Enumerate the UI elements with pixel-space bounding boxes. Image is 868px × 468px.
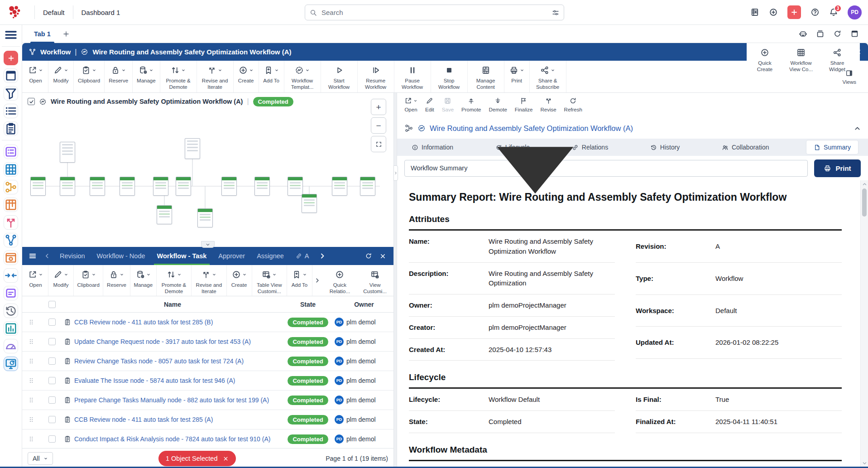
workflow-node-card[interactable] bbox=[197, 208, 213, 227]
workflow-node-card[interactable] bbox=[60, 142, 75, 163]
details-tab[interactable]: Summary bbox=[806, 140, 858, 154]
user-avatar[interactable]: PD bbox=[848, 5, 862, 19]
collapse-diagram-handle[interactable] bbox=[201, 241, 215, 248]
drag-handle-icon[interactable] bbox=[28, 435, 34, 443]
toolbar-button[interactable]: View Customi... bbox=[357, 265, 393, 296]
workflow-node-card[interactable] bbox=[332, 177, 347, 196]
help-icon[interactable] bbox=[810, 8, 820, 17]
workflow-node-card[interactable] bbox=[120, 177, 135, 196]
toolbar-button[interactable]: Revise and Iterate bbox=[192, 265, 226, 296]
sidebar-list-icon[interactable] bbox=[4, 104, 18, 118]
details-toolbar-button[interactable]: Edit bbox=[425, 96, 434, 112]
pane-collapse-handle[interactable] bbox=[393, 165, 398, 181]
toolbar-button[interactable]: Reserve bbox=[105, 61, 133, 92]
scroll-down-icon[interactable] bbox=[862, 461, 867, 466]
search-input[interactable] bbox=[321, 8, 552, 17]
sidebar-chart-icon[interactable] bbox=[4, 321, 18, 336]
export-table-icon[interactable] bbox=[750, 8, 759, 17]
table-row[interactable]: Update Change Request node - 3917 auto t… bbox=[22, 332, 393, 352]
toolbar-button[interactable]: Workflow Templat... bbox=[284, 61, 321, 92]
details-tab[interactable]: Information bbox=[407, 141, 458, 154]
column-owner[interactable]: Owner bbox=[335, 301, 393, 308]
row-name-link[interactable]: Review Change Tasks node - 8057 auto tas… bbox=[74, 357, 244, 365]
row-checkbox[interactable] bbox=[48, 377, 56, 384]
table-row[interactable]: Review Change Tasks node - 8057 auto tas… bbox=[22, 352, 393, 371]
row-checkbox[interactable] bbox=[48, 357, 56, 365]
scroll-up-icon[interactable] bbox=[862, 182, 867, 187]
quick-add-button[interactable] bbox=[787, 5, 801, 19]
column-name[interactable]: Name bbox=[64, 301, 281, 308]
related-tab[interactable]: Workflow - Node bbox=[91, 247, 151, 265]
views-button[interactable]: Views bbox=[843, 69, 856, 85]
toolbar-button[interactable]: Manage Content bbox=[468, 61, 504, 92]
chevron-right-icon[interactable] bbox=[319, 252, 326, 260]
toolbar-button[interactable]: Open bbox=[23, 265, 48, 296]
sidebar-branch-icon[interactable] bbox=[4, 215, 18, 230]
toolbar-button[interactable]: Create bbox=[234, 61, 259, 92]
toolbar-button[interactable]: Pause Workflow bbox=[394, 61, 431, 92]
workflow-node-card[interactable] bbox=[185, 138, 200, 159]
menu-dashboard[interactable]: Dashboard 1 bbox=[80, 6, 122, 19]
toolbar-button[interactable]: Quick Create bbox=[747, 43, 783, 75]
sidebar-filter-icon[interactable] bbox=[4, 86, 18, 101]
toolbar-button[interactable]: Workflow View Co... bbox=[783, 43, 819, 75]
collapse-details-icon[interactable] bbox=[854, 125, 861, 132]
refresh-table-icon[interactable] bbox=[365, 252, 372, 260]
row-name-link[interactable]: Prepare Change Tasks Manually node - 882… bbox=[74, 396, 269, 404]
vertical-scrollbar[interactable] bbox=[860, 180, 868, 468]
sidebar-form-icon[interactable] bbox=[4, 145, 18, 159]
brand-logo-icon[interactable] bbox=[6, 4, 23, 20]
drag-handle-icon[interactable] bbox=[28, 338, 34, 345]
scrollbar-thumb[interactable] bbox=[862, 188, 867, 217]
row-name-link[interactable]: CCB Review node - 411 auto task for test… bbox=[74, 318, 213, 326]
search-filter-icon[interactable] bbox=[552, 9, 559, 16]
row-checkbox[interactable] bbox=[48, 338, 56, 345]
tab-1[interactable]: Tab 1 bbox=[27, 25, 58, 43]
table-row[interactable]: Conduct Impact & Risk Analysis node - 78… bbox=[22, 429, 393, 448]
sidebar-card-icon[interactable] bbox=[4, 286, 18, 300]
selected-checkbox[interactable] bbox=[28, 98, 35, 105]
workflow-node-card[interactable] bbox=[90, 177, 105, 196]
toolbar-button[interactable]: Revise and Iterate bbox=[197, 61, 234, 92]
sidebar-preview-icon[interactable] bbox=[4, 251, 18, 265]
table-row[interactable]: CCB Review node - 411 auto task for test… bbox=[22, 313, 393, 332]
row-name-link[interactable]: Update Change Request node - 3917 auto t… bbox=[74, 338, 251, 345]
toolbar-overflow-icon[interactable] bbox=[314, 277, 321, 284]
fit-screen-button[interactable] bbox=[371, 136, 386, 152]
drag-handle-icon[interactable] bbox=[28, 377, 34, 384]
toolbar-button[interactable]: Table View Customi... bbox=[252, 265, 287, 296]
drag-handle-icon[interactable] bbox=[28, 416, 34, 423]
toolbar-button[interactable]: Clipboard bbox=[74, 61, 105, 92]
window-layout-icon[interactable] bbox=[850, 29, 859, 38]
related-tab[interactable]: Approver bbox=[212, 247, 251, 265]
workflow-node-card[interactable] bbox=[360, 177, 375, 196]
global-search[interactable] bbox=[305, 5, 564, 20]
toolbar-button[interactable]: Share & Subscribe bbox=[530, 61, 566, 92]
drag-handle-icon[interactable] bbox=[28, 318, 34, 326]
toolbar-button[interactable]: Resume Workflow bbox=[358, 61, 394, 92]
tabs-menu-icon[interactable] bbox=[29, 252, 37, 260]
print-button[interactable]: Print bbox=[814, 159, 861, 177]
details-toolbar-button[interactable]: Open bbox=[404, 96, 417, 112]
report-type-select[interactable]: Workflow Summary bbox=[404, 160, 808, 177]
toolbar-button[interactable]: Print bbox=[504, 61, 530, 92]
close-panel-icon[interactable] bbox=[379, 253, 386, 260]
workflow-node-card[interactable] bbox=[153, 177, 168, 196]
toolbar-button[interactable]: Manage bbox=[133, 61, 160, 92]
related-tab[interactable]: A bbox=[290, 247, 315, 265]
select-all-checkbox[interactable] bbox=[48, 301, 56, 308]
workflow-node-card[interactable] bbox=[288, 177, 303, 196]
workflow-node-card[interactable] bbox=[176, 177, 191, 196]
sidebar-gauge-icon[interactable] bbox=[4, 339, 18, 353]
sidebar-merge-icon[interactable] bbox=[4, 268, 18, 283]
sidebar-kanban-icon[interactable] bbox=[4, 198, 18, 212]
add-circle-icon[interactable] bbox=[769, 8, 778, 17]
sidebar-workflow-icon[interactable] bbox=[4, 233, 18, 247]
sidebar-monitor-icon[interactable] bbox=[4, 357, 18, 371]
menu-default[interactable]: Default bbox=[41, 6, 67, 19]
toolbar-button[interactable]: Start Workflow bbox=[321, 61, 358, 92]
table-row[interactable]: CCB Review node - 411 auto task for test… bbox=[22, 410, 393, 429]
toolbar-button[interactable]: Quick Relatio... bbox=[322, 265, 358, 296]
assistant-robot-icon[interactable] bbox=[799, 29, 807, 38]
workflow-node-card[interactable] bbox=[302, 194, 317, 213]
